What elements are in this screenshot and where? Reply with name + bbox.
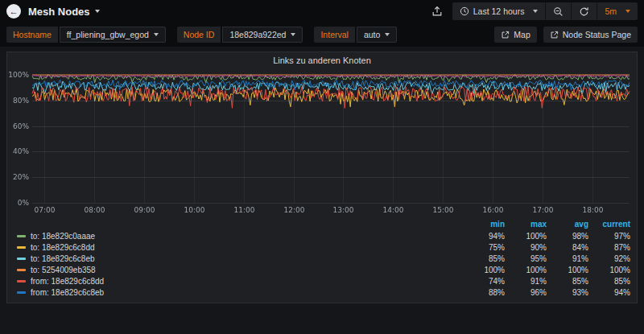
chevron-down-icon <box>533 10 538 13</box>
time-picker-group: Last 12 hours 5m <box>452 2 638 20</box>
series-color-swatch <box>17 303 26 304</box>
series-avg: 100% <box>547 266 588 274</box>
graph-panel: Links zu anderen Knoten min max avg curr… <box>6 52 638 303</box>
share-button[interactable] <box>430 4 444 19</box>
legend-row: to: 5254009eb358 100% 100% 100% 100% <box>17 264 630 275</box>
variable-interval-value: auto <box>364 30 380 39</box>
time-range-button[interactable]: Last 12 hours <box>452 2 546 20</box>
legend-row: to: 18e829c6c8dd 75% 90% 84% 87% <box>17 241 630 253</box>
variable-nodeid-label: Node ID <box>177 27 221 43</box>
refresh-button[interactable] <box>571 2 597 20</box>
template-variables: Hostname ff_pliening_gbw_egod Node ID 18… <box>6 27 397 43</box>
chevron-down-icon <box>625 10 630 13</box>
legend-row-partial <box>17 298 630 303</box>
navbar-left: ← Mesh Nodes <box>6 4 100 19</box>
series-label[interactable]: to: 18e829c6c8dd <box>31 243 95 252</box>
series-current: 87% <box>588 243 630 252</box>
variable-hostname-dropdown[interactable]: ff_pliening_gbw_egod <box>60 27 166 43</box>
variable-interval-label: Interval <box>314 27 354 43</box>
arrow-left-icon: ← <box>10 7 19 16</box>
share-icon <box>431 6 443 17</box>
zoom-out-icon <box>553 6 564 17</box>
variable-nodeid: Node ID 18e829a922ed <box>177 27 303 43</box>
chevron-down-icon <box>291 33 295 36</box>
clock-icon <box>460 6 469 16</box>
chevron-down-icon <box>154 33 159 36</box>
series-max: 91% <box>505 277 547 286</box>
series-max: 95% <box>505 254 547 263</box>
legend-row: from: 18e829c6c8dd 74% 91% 85% 85% <box>17 275 630 287</box>
series-current: 85% <box>588 277 630 286</box>
variable-interval: Interval auto <box>314 27 397 43</box>
variable-hostname-value: ff_pliening_gbw_egod <box>67 30 149 39</box>
external-link-icon <box>550 31 559 39</box>
navbar: ← Mesh Nodes <box>0 0 644 23</box>
legend: min max avg current to: 18e829c0aaae 94%… <box>7 217 637 303</box>
dashboard-title: Mesh Nodes <box>28 6 90 18</box>
series-avg: 93% <box>547 288 588 297</box>
series-avg: 84% <box>547 243 588 252</box>
series-label[interactable]: from: 18e829c6c8dd <box>31 277 104 286</box>
series-max: 100% <box>505 232 547 241</box>
variable-hostname-label: Hostname <box>6 27 58 43</box>
zoom-out-button[interactable] <box>545 2 571 20</box>
legend-col-avg[interactable]: avg <box>547 220 588 229</box>
legend-col-max[interactable]: max <box>505 220 547 229</box>
series-max: 96% <box>505 288 547 297</box>
series-min: 88% <box>463 288 505 297</box>
map-link-button[interactable]: Map <box>494 27 536 43</box>
series-label[interactable]: to: 18e829c6c8eb <box>31 254 95 263</box>
series-current: 97% <box>588 232 630 241</box>
dashboard-title-dropdown[interactable]: Mesh Nodes <box>28 6 100 18</box>
variable-interval-dropdown[interactable]: auto <box>357 27 397 43</box>
legend-row: from: 18e829c6c8eb 88% 96% 93% 94% <box>17 287 630 298</box>
series-max: 100% <box>505 266 547 274</box>
node-status-page-link-label: Node Status Page <box>563 30 631 39</box>
series-current: 100% <box>588 266 630 274</box>
chevron-down-icon <box>385 33 390 36</box>
series-max: 90% <box>505 243 547 252</box>
map-link-label: Map <box>514 30 530 39</box>
series-avg: 91% <box>547 254 588 263</box>
series-min: 85% <box>463 254 505 263</box>
series-color-swatch <box>17 269 26 271</box>
dashboard-area: Links zu anderen Knoten min max avg curr… <box>0 47 644 308</box>
panel-title[interactable]: Links zu anderen Knoten <box>7 52 637 68</box>
series-color-swatch <box>17 235 26 237</box>
dashboard-links: Map Node Status Page <box>494 27 638 43</box>
submenu: Hostname ff_pliening_gbw_egod Node ID 18… <box>0 23 644 47</box>
series-min: 100% <box>463 266 505 274</box>
timeseries-chart[interactable] <box>8 68 636 217</box>
node-status-page-link-button[interactable]: Node Status Page <box>543 27 638 43</box>
series-color-swatch <box>17 280 26 282</box>
grafana-app: ← Mesh Nodes <box>0 0 644 308</box>
series-current: 94% <box>588 288 630 297</box>
time-range-label: Last 12 hours <box>473 6 525 16</box>
series-label[interactable]: to: 18e829c0aaae <box>31 232 95 241</box>
refresh-interval-dropdown[interactable]: 5m <box>597 2 638 20</box>
refresh-interval-label: 5m <box>605 6 617 16</box>
legend-col-current[interactable]: current <box>588 220 630 229</box>
variable-nodeid-value: 18e829a922ed <box>229 30 286 39</box>
legend-row: to: 18e829c0aaae 94% 100% 98% 97% <box>17 230 630 241</box>
legend-header: min max avg current <box>17 217 630 230</box>
legend-col-min[interactable]: min <box>463 220 505 229</box>
variable-nodeid-dropdown[interactable]: 18e829a922ed <box>222 27 303 43</box>
back-button[interactable]: ← <box>6 4 21 19</box>
series-avg: 85% <box>547 277 588 286</box>
legend-row: to: 18e829c6c8eb 85% 95% 91% 92% <box>17 253 630 264</box>
series-color-swatch <box>17 246 26 249</box>
series-min: 74% <box>463 277 505 286</box>
variable-hostname: Hostname ff_pliening_gbw_egod <box>6 27 166 43</box>
series-current: 92% <box>588 254 630 263</box>
series-min: 75% <box>463 243 505 252</box>
series-color-swatch <box>17 258 26 260</box>
external-link-icon <box>501 31 510 39</box>
series-avg: 98% <box>547 232 588 241</box>
refresh-icon <box>579 6 589 17</box>
series-label[interactable]: from: 18e829c6c8eb <box>31 288 104 297</box>
series-label[interactable]: to: 5254009eb358 <box>31 266 96 274</box>
series-min: 94% <box>463 232 505 241</box>
series-color-swatch <box>17 291 26 294</box>
navbar-right: Last 12 hours 5m <box>430 2 638 20</box>
